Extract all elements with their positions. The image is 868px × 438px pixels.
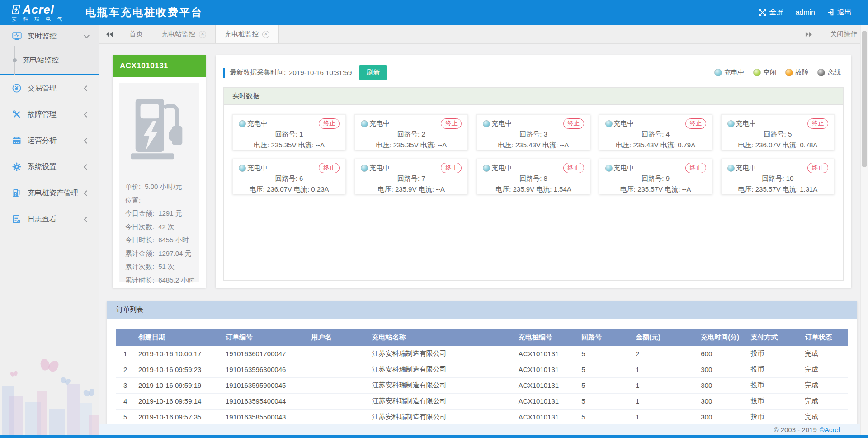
scroll-tabs-right-button[interactable] — [798, 25, 819, 43]
stat-value: 42 次 — [158, 220, 175, 234]
circuit-value: 1 — [299, 130, 303, 138]
chevron-left-icon — [84, 112, 90, 118]
cell: 1 — [632, 393, 697, 409]
status-dot-charging-icon — [605, 120, 613, 127]
logo-text: Acrel — [23, 4, 54, 15]
current-value: 1.31A — [800, 185, 817, 193]
username[interactable]: admin — [792, 9, 819, 17]
terminate-button[interactable]: 终止 — [319, 163, 340, 173]
stat-value: 1297.04 元 — [158, 247, 191, 260]
sidebar-item-5[interactable]: 充电桩资产管理 — [0, 180, 99, 206]
vertical-scrollbar[interactable] — [860, 25, 868, 435]
circuit-card-top: 充电中终止 — [727, 163, 828, 173]
terminate-button[interactable]: 终止 — [563, 118, 584, 129]
status-dot-charging-icon — [483, 120, 490, 127]
chevron-down-icon — [84, 33, 90, 38]
cell — [307, 362, 368, 377]
cell: 5 — [578, 393, 632, 409]
station-stat-row: 累计次数:51 次 — [125, 260, 193, 273]
terminate-button[interactable]: 终止 — [807, 163, 828, 173]
sidebar-subitem-0-0[interactable]: 充电站监控 — [0, 47, 99, 73]
cell: ACX1010131 — [515, 377, 578, 393]
sidebar-item-label: 故障管理 — [28, 110, 85, 119]
circuit-label: 回路号: — [519, 130, 543, 138]
orders-table-header-row: 创建日期订单编号用户名充电站名称充电桩编号回路号金额(元)充电时间(分)支付方式… — [116, 329, 848, 346]
circuit-card-top: 充电中终止 — [361, 118, 462, 129]
stat-value: 51 次 — [158, 260, 175, 273]
station-stat-row: 位置: — [125, 193, 193, 207]
fullscreen-icon — [759, 9, 766, 16]
station-info-card: ACX1010131 — [113, 55, 206, 288]
tab-充电桩监控[interactable]: 充电桩监控✕ — [216, 25, 279, 43]
fullscreen-button[interactable]: 全屏 — [755, 8, 787, 17]
tab-充电站监控[interactable]: 充电站监控✕ — [152, 25, 216, 43]
terminate-button[interactable]: 终止 — [563, 163, 584, 173]
scrollbar-thumb[interactable] — [862, 31, 867, 167]
circuit-label: 回路号: — [642, 174, 665, 182]
logout-button[interactable]: 退出 — [823, 8, 855, 17]
cell: 5 — [578, 346, 632, 362]
tab-close-icon[interactable]: ✕ — [199, 31, 206, 38]
terminate-button[interactable]: 终止 — [685, 163, 706, 173]
tab-close-icon[interactable]: ✕ — [262, 31, 269, 38]
page-title: 电瓶车充电桩收费平台 — [85, 5, 203, 19]
cell: 5 — [578, 377, 632, 393]
current-label: 电流: — [542, 141, 560, 149]
col-header-订单状态: 订单状态 — [801, 329, 848, 346]
col-header-订单编号: 订单编号 — [222, 329, 308, 346]
stat-label: 位置: — [125, 193, 141, 207]
cell: 江苏安科瑞制造有限公司 — [368, 393, 515, 409]
cell: ACX1010131 — [515, 393, 578, 409]
circuit-measurements: 电压: 235.43V 电流: 0.79A — [605, 141, 706, 150]
cell: 投币 — [747, 362, 801, 377]
circuit-card-9: 充电中终止回路号: 9电压: 235.57V 电流: --A — [599, 159, 712, 194]
current-label: 电流: — [419, 185, 436, 193]
circuit-number: 回路号: 3 — [483, 130, 584, 139]
sidebar-item-1[interactable]: 交易管理 — [0, 75, 99, 101]
circuit-card-top: 充电中终止 — [483, 163, 584, 173]
monitor-icon — [12, 31, 22, 41]
sidebar-item-0[interactable]: 实时监控 — [0, 25, 99, 47]
chevron-left-icon — [84, 138, 90, 144]
circuit-measurements: 电压: 235.9V 电流: 1.54A — [483, 185, 584, 194]
chevron-left-icon — [84, 85, 90, 91]
station-stat-row: 今日次数:42 次 — [125, 220, 193, 234]
sidebar-item-6[interactable]: 日志查看 — [0, 206, 99, 232]
terminate-button[interactable]: 终止 — [807, 118, 828, 129]
station-stat-row: 累计金额:1297.04 元 — [125, 247, 193, 260]
tab-list: 首页充电站监控✕充电桩监控✕ — [120, 25, 279, 43]
sidebar-item-2[interactable]: 故障管理 — [0, 101, 99, 127]
refresh-button[interactable]: 刷新 — [359, 65, 387, 80]
current-value: 0.78A — [800, 141, 817, 149]
page: Acrel 安 科 瑞 电 气 电瓶车充电桩收费平台 全屏 admin 退出 实… — [0, 0, 868, 438]
status-dot-charging-icon — [727, 165, 735, 172]
cell: 5 — [578, 362, 632, 377]
status-dot-charging-icon — [727, 120, 735, 127]
scroll-tabs-left-button[interactable] — [99, 25, 120, 43]
chevron-left-icon — [84, 190, 90, 196]
station-stat-row: 单价:5.00 小时/元 — [125, 180, 193, 193]
tab-首页[interactable]: 首页 — [120, 25, 152, 43]
voltage-value: 236.07V — [755, 141, 783, 149]
brand-link[interactable]: ©Acrel — [820, 426, 840, 433]
station-stat-row: 今日时长:6455 小时 — [125, 233, 193, 247]
current-label: 电流: — [420, 141, 438, 149]
circuit-card-grid: 充电中终止回路号: 1电压: 235.35V 电流: --A充电中终止回路号: … — [224, 105, 843, 204]
col-header-index — [116, 329, 135, 346]
tab-label: 首页 — [129, 30, 143, 38]
sidebar-item-4[interactable]: 系统设置 — [0, 154, 99, 180]
cell: 2019-10-16 09:57:35 — [135, 409, 222, 424]
double-chevron-left-icon — [106, 32, 113, 37]
terminate-button[interactable]: 终止 — [685, 118, 706, 129]
circuit-card-1: 充电中终止回路号: 1电压: 235.35V 电流: --A — [232, 114, 346, 150]
circuit-number: 回路号: 2 — [361, 130, 462, 139]
status-dot-charging-icon — [605, 165, 613, 172]
terminate-button[interactable]: 终止 — [319, 118, 340, 129]
circuit-value: 3 — [543, 130, 547, 138]
terminate-button[interactable]: 终止 — [441, 163, 462, 173]
terminate-button[interactable]: 终止 — [441, 118, 462, 129]
stat-label: 累计金额: — [125, 247, 154, 260]
sidebar-item-label: 日志查看 — [28, 215, 85, 224]
sidebar-item-3[interactable]: 运营分析 — [0, 127, 99, 154]
voltage-label: 电压: — [620, 185, 637, 193]
